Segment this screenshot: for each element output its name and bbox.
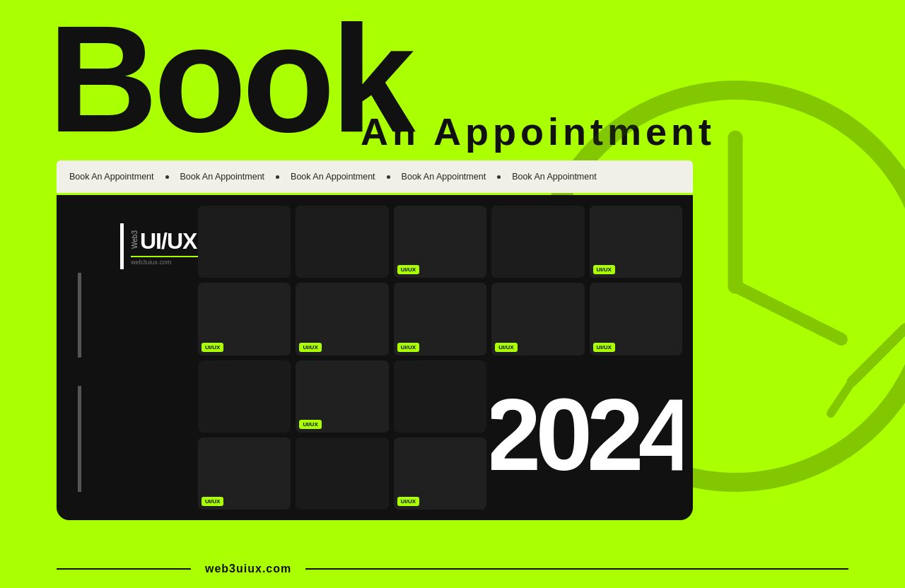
- logo-uiux-label: UI/UX: [140, 228, 197, 254]
- ticker-item-1: Book An Appointment: [69, 172, 154, 182]
- grid-tag-9: UI/UX: [202, 497, 223, 506]
- grid-item-1-2: [296, 206, 388, 278]
- grid-item-4-2: [296, 437, 388, 510]
- ticker-dot-1: [165, 175, 169, 179]
- grid-tag-4: UI/UX: [299, 343, 321, 352]
- grid-item-3-3: [394, 360, 486, 433]
- footer: web3uiux.com: [57, 563, 848, 575]
- grid-item-2-2: UI/UX: [296, 283, 388, 355]
- footer-line-left: [57, 568, 191, 570]
- grid-item-4-3: UI/UX: [394, 437, 486, 510]
- grid-tag-1: UI/UX: [397, 265, 419, 274]
- grid-tag-8: UI/UX: [299, 420, 321, 429]
- portfolio-grid: UI/UX UI/UX UI/UX UI/UX UI/UX UI/UX UI/U…: [198, 206, 682, 510]
- grid-tag-5: UI/UX: [397, 343, 419, 352]
- left-bar-bottom: [78, 386, 81, 492]
- grid-item-2-5: UI/UX: [590, 283, 682, 355]
- grid-tag-2: UI/UX: [593, 265, 615, 274]
- grid-tag-6: UI/UX: [495, 343, 517, 352]
- footer-url: web3uiux.com: [205, 563, 291, 575]
- hero-book-text: Book: [48, 11, 411, 148]
- grid-item-1-1: [198, 206, 291, 278]
- left-bar-top: [78, 273, 81, 358]
- ticker-item-2: Book An Appointment: [180, 172, 265, 182]
- svg-line-3: [852, 329, 905, 382]
- year-display-block: 2024: [491, 360, 682, 510]
- year-overlay-text: 2024: [491, 384, 682, 486]
- main-card: Web3 UI/UX 2023 web3uiux.com UI/UX UI/UX…: [57, 195, 693, 520]
- grid-item-2-1: UI/UX: [198, 283, 291, 355]
- grid-tag-3: UI/UX: [202, 343, 223, 352]
- grid-tag-7: UI/UX: [593, 343, 615, 352]
- footer-line-right: [305, 568, 848, 570]
- logo-web3-label: Web3: [131, 228, 139, 249]
- grid-item-4-1: UI/UX: [198, 437, 291, 510]
- logo-vertical-bar: [120, 223, 124, 269]
- svg-line-2: [735, 286, 841, 339]
- grid-item-1-3: UI/UX: [394, 206, 486, 278]
- grid-item-3-2: UI/UX: [296, 360, 388, 433]
- grid-item-3-1: [198, 360, 291, 433]
- ticker-dot-2: [276, 175, 279, 179]
- grid-item-1-4: [491, 206, 584, 278]
- ticker-bar: Book An Appointment Book An Appointment …: [57, 160, 693, 193]
- svg-line-4: [831, 382, 852, 413]
- ticker-item-3: Book An Appointment: [291, 172, 375, 182]
- ticker-dot-3: [387, 175, 390, 179]
- ticker-dot-4: [497, 175, 501, 179]
- grid-item-2-4: UI/UX: [491, 283, 584, 355]
- grid-item-1-5: UI/UX: [590, 206, 682, 278]
- ticker-items: Book An Appointment Book An Appointment …: [69, 172, 597, 182]
- ticker-item-4: Book An Appointment: [402, 172, 486, 182]
- hero-section: Book: [48, 11, 411, 148]
- grid-item-2-3: UI/UX: [394, 283, 486, 355]
- ticker-item-5: Book An Appointment: [512, 172, 597, 182]
- grid-tag-10: UI/UX: [397, 497, 419, 506]
